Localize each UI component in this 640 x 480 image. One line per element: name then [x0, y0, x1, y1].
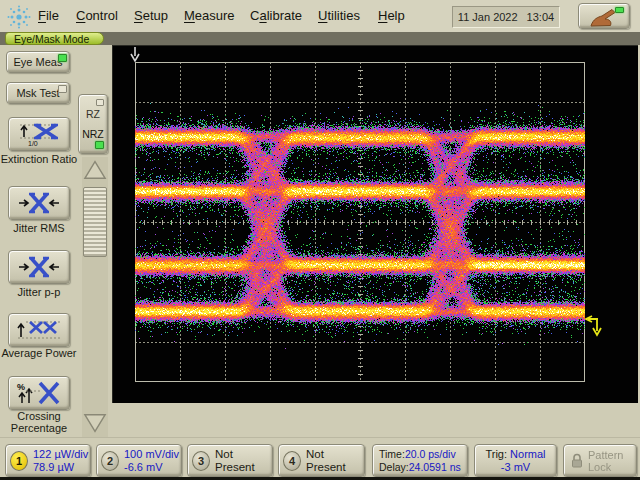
crossing-percentage-button[interactable]: %: [8, 376, 70, 410]
jitter-rms-label: Jitter RMS: [0, 222, 78, 234]
channel-1-button[interactable]: 1 122 µW/div 78.9 µW: [5, 444, 91, 477]
eye-diagram-canvas: [112, 45, 638, 403]
jitter-pp-button[interactable]: [8, 250, 70, 284]
menu-control[interactable]: Control: [76, 8, 118, 23]
menu-setup[interactable]: Setup: [134, 8, 168, 23]
time-scale-value: 20.0 ps/div: [405, 448, 456, 460]
scroll-down-icon: [83, 411, 107, 435]
trig-mode: Normal: [510, 448, 545, 460]
time-label: Time:: [379, 448, 405, 460]
scroll-down-button[interactable]: [82, 410, 108, 436]
channel-3-button[interactable]: 3 Not Present: [187, 444, 273, 477]
channel-4-button[interactable]: 4 Not Present: [278, 444, 365, 477]
rz-led: [96, 99, 104, 106]
menu-help[interactable]: Help: [378, 8, 405, 23]
extinction-ratio-label: Extinction Ratio: [0, 153, 78, 165]
jitter-pp-label: Jitter p-p: [0, 286, 78, 298]
timebase-button[interactable]: Time:20.0 ps/div Delay:24.0591 ns: [372, 444, 468, 477]
touchscreen-button[interactable]: [578, 3, 630, 29]
msk-test-led: [58, 85, 67, 93]
mode-tab-strip: Eye/Mask Mode: [0, 32, 640, 45]
menu-bar: File Control Setup Measure Calibrate Uti…: [0, 0, 640, 32]
menu-measure[interactable]: Measure: [184, 8, 235, 23]
jitter-pp-icon: [16, 254, 62, 280]
rz-nrz-selector[interactable]: RZ NRZ: [78, 94, 108, 154]
sidebar: Eye Meas Msk Test RZ NRZ 1/0 Extinction …: [0, 45, 112, 437]
rz-option[interactable]: RZ: [79, 108, 107, 120]
channel-4-badge: 4: [283, 451, 301, 471]
svg-text:1/0: 1/0: [28, 140, 38, 147]
scrollbar-thumb[interactable]: [83, 187, 107, 257]
datetime-display: 11 Jan 2022 13:04: [452, 6, 560, 28]
date-text: 11 Jan 2022: [458, 11, 518, 23]
delay-value: 24.0591 ns: [409, 461, 461, 473]
touchscreen-led: [615, 7, 624, 13]
agilent-logo-icon: [6, 4, 32, 30]
crossing-percentage-icon: %: [16, 380, 62, 406]
trigger-level-marker: [584, 315, 602, 339]
channel-2-badge: 2: [101, 451, 119, 471]
average-power-label: Average Power: [0, 347, 78, 359]
scroll-up-icon: [83, 158, 107, 182]
channel-4-status: Not Present: [306, 448, 364, 474]
menu-calibrate[interactable]: Calibrate: [250, 8, 302, 23]
status-bar: 1 122 µW/div 78.9 µW 2 100 mV/div -6.6 m…: [0, 437, 640, 480]
channel-2-button[interactable]: 2 100 mV/div -6.6 mV: [96, 444, 182, 477]
channel-2-offset: -6.6 mV: [124, 461, 179, 474]
channel-3-status: Not Present: [215, 448, 272, 474]
trig-level: -3 mV: [501, 461, 530, 473]
channel-2-scale: 100 mV/div: [124, 448, 179, 461]
jitter-rms-icon: [16, 190, 62, 216]
mode-tab[interactable]: Eye/Mask Mode: [5, 32, 104, 45]
crossing-percentage-label: Crossing Percentage: [0, 410, 78, 434]
eye-meas-led: [58, 54, 67, 62]
jitter-rms-button[interactable]: [8, 186, 70, 220]
extinction-ratio-button[interactable]: 1/0: [8, 117, 70, 151]
menu-utilities[interactable]: Utilities: [318, 8, 360, 23]
channel-1-scale: 122 µW/div: [33, 448, 88, 461]
eye-meas-button[interactable]: Eye Meas: [6, 51, 70, 73]
timebase-reference-marker: [128, 46, 142, 63]
pattern-lock-button[interactable]: Pattern Lock: [563, 444, 637, 477]
nrz-led: [95, 141, 104, 149]
channel-1-badge: 1: [10, 451, 28, 471]
svg-text:%: %: [17, 382, 25, 392]
waveform-display: [112, 45, 638, 403]
trigger-button[interactable]: Trig: Normal -3 mV: [474, 444, 557, 477]
trig-label: Trig:: [485, 448, 507, 460]
time-text: 13:04: [527, 11, 555, 23]
nrz-option[interactable]: NRZ: [79, 128, 107, 140]
channel-3-badge: 3: [192, 451, 210, 471]
pattern-lock-label: Pattern Lock: [588, 449, 630, 473]
padlock-icon: [570, 452, 584, 469]
delay-label: Delay:: [379, 461, 409, 473]
dca-screen: File Control Setup Measure Calibrate Uti…: [0, 0, 640, 480]
msk-test-button[interactable]: Msk Test: [6, 82, 70, 104]
average-power-button[interactable]: [8, 313, 70, 347]
scroll-up-button[interactable]: [82, 157, 108, 183]
menu-file[interactable]: File: [38, 8, 59, 23]
extinction-ratio-icon: 1/0: [16, 121, 62, 147]
average-power-icon: [16, 317, 62, 343]
channel-1-offset: 78.9 µW: [33, 461, 88, 474]
